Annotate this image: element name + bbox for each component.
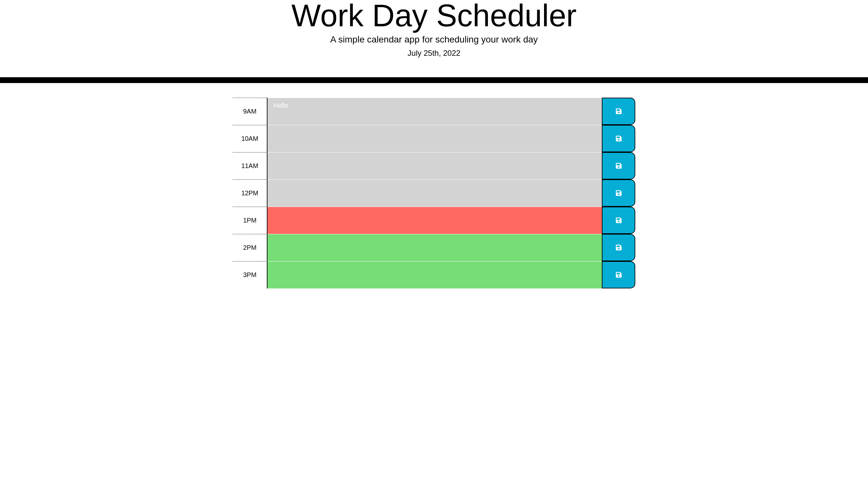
save-button[interactable]: [602, 125, 635, 152]
event-input[interactable]: [267, 98, 602, 125]
event-input[interactable]: [267, 152, 602, 180]
hour-label: 10AM: [233, 125, 267, 152]
hour-label: 2PM: [233, 234, 267, 261]
save-icon: [616, 190, 622, 196]
page-header: Work Day Scheduler A simple calendar app…: [0, 0, 868, 77]
save-icon: [616, 217, 622, 224]
current-date: July 25th, 2022: [7, 49, 861, 58]
save-button[interactable]: [602, 207, 635, 234]
header-divider: [0, 77, 868, 83]
hour-label: 9AM: [233, 98, 267, 125]
save-button[interactable]: [602, 152, 635, 180]
time-block-1pm: 1PM: [233, 207, 635, 234]
save-icon: [616, 162, 622, 169]
time-block-10am: 10AM: [233, 125, 635, 152]
time-block-3pm: 3PM: [233, 261, 635, 288]
time-block-2pm: 2PM: [233, 234, 635, 261]
time-block-11am: 11AM: [233, 152, 635, 180]
hour-label: 12PM: [233, 180, 267, 207]
event-input[interactable]: [267, 261, 602, 288]
save-button[interactable]: [602, 180, 635, 207]
save-button[interactable]: [602, 261, 635, 288]
hour-label: 11AM: [233, 152, 267, 180]
save-button[interactable]: [602, 234, 635, 261]
event-input[interactable]: [267, 234, 602, 261]
schedule-container: 9AM10AM11AM12PM1PM2PM3PM: [233, 83, 635, 288]
page-title: Work Day Scheduler: [7, 0, 861, 31]
hour-label: 1PM: [233, 207, 267, 234]
save-icon: [616, 108, 622, 115]
time-block-12pm: 12PM: [233, 180, 635, 207]
event-input[interactable]: [267, 180, 602, 207]
save-button[interactable]: [602, 98, 635, 125]
save-icon: [616, 135, 622, 142]
event-input[interactable]: [267, 125, 602, 152]
save-icon: [616, 272, 622, 278]
save-icon: [616, 244, 622, 251]
event-input[interactable]: [267, 207, 602, 234]
time-block-9am: 9AM: [233, 98, 635, 125]
page-subtitle: A simple calendar app for scheduling you…: [7, 35, 861, 45]
hour-label: 3PM: [233, 261, 267, 288]
